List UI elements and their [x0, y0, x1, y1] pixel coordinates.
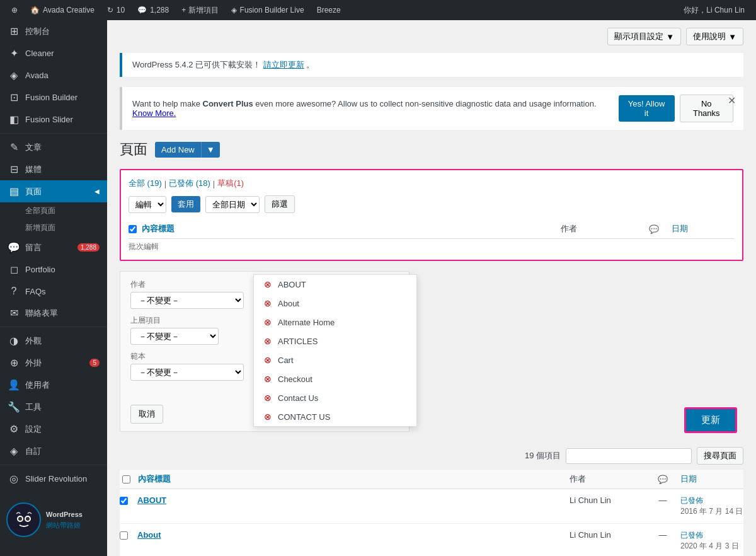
avada-icon: ◈ — [8, 69, 20, 81]
page-dropdown: ⊗ ABOUT ⊗ About ⊗ Alternate Home ⊗ ARTIC… — [253, 274, 417, 427]
sidebar-item-posts[interactable]: ✎ 文章 — [0, 136, 107, 158]
sidebar-item-fusion-slider[interactable]: ◧ Fusion Slider — [0, 108, 107, 130]
dropdown-item-contact-us-caps[interactable]: ⊗ CONTACT US — [254, 407, 416, 426]
sidebar-item-users[interactable]: 👤 使用者 — [0, 374, 107, 396]
status-all[interactable]: 全部 (19) — [129, 178, 162, 189]
comments-count[interactable]: 💬 1,288 — [131, 0, 175, 20]
sidebar-subitem-add-page[interactable]: 新增頁面 — [0, 219, 107, 236]
sidebar-item-avada[interactable]: ◈ Avada — [0, 64, 107, 86]
select-all-checkbox[interactable] — [129, 225, 137, 233]
status-published[interactable]: 已發佈 (18) — [169, 178, 210, 189]
fusion-builder-icon: ⊡ — [8, 91, 20, 103]
sidebar-item-plugins[interactable]: ⊕ 外掛 5 — [0, 352, 107, 374]
updates-count[interactable]: ↻ 10 — [101, 0, 131, 20]
row-2-title-link[interactable]: About — [137, 530, 161, 540]
customize-icon: ◈ — [8, 445, 20, 457]
add-new-button[interactable]: Add New — [155, 142, 201, 158]
table-top-bar: 19 個項目 搜尋頁面 — [120, 447, 743, 465]
sidebar-item-faqs[interactable]: ? FAQs — [0, 281, 107, 302]
sidebar-item-customize[interactable]: ◈ 自訂 — [0, 440, 107, 462]
dropdown-item-cart[interactable]: ⊗ Cart — [254, 350, 416, 369]
allow-it-button[interactable]: Yes! Allow it — [619, 95, 675, 122]
sidebar-item-contact[interactable]: ✉ 聯絡表單 — [0, 302, 107, 324]
template-field: 範本 －不變更－ — [130, 351, 273, 381]
table-column-headers: 內容標題 作者 💬 日期 — [120, 470, 743, 489]
help-button[interactable]: 使用說明 ▼ — [686, 28, 743, 45]
search-input[interactable] — [566, 448, 692, 464]
remove-icon: ⊗ — [263, 393, 273, 403]
main-content: 顯示項目設定 ▼ 使用說明 ▼ WordPress 5.4.2 已可供下載安裝！… — [107, 20, 756, 556]
sidebar-item-pages[interactable]: ▤ 頁面 ◀ — [0, 180, 107, 202]
date-col-header: 日期 — [680, 473, 743, 485]
dropdown-item-alternate-home[interactable]: ⊗ Alternate Home — [254, 313, 416, 332]
dropdown-item-articles[interactable]: ⊗ ARTICLES — [254, 332, 416, 350]
batch-edit-label: 批次編輯 — [129, 241, 735, 252]
bulk-edit-left: 作者 －不變更－ 上層項目 －不變更－ 範本 — [130, 279, 273, 387]
sidebar-item-fusion-builder[interactable]: ⊡ Fusion Builder — [0, 86, 107, 108]
parent-select[interactable]: －不變更－ — [130, 328, 219, 345]
update-button[interactable]: 更新 — [684, 407, 737, 433]
sidebar-item-comments[interactable]: 💬 留言 1,288 — [0, 236, 107, 258]
chevron-down-icon: ▼ — [666, 32, 674, 42]
cancel-button[interactable]: 取消 — [130, 405, 163, 424]
update-link[interactable]: 請立即更新 — [263, 60, 304, 69]
sidebar-item-media[interactable]: ⊟ 媒體 — [0, 158, 107, 180]
comment-col-header: 💬 — [650, 475, 675, 484]
contact-icon: ✉ — [8, 307, 20, 319]
sidebar-item-slider-revolution[interactable]: ◎ Slider Revolution — [0, 468, 107, 490]
dropdown-item-contact-us[interactable]: ⊗ Contact Us — [254, 388, 416, 407]
date-filter-select[interactable]: 全部日期 — [205, 196, 260, 213]
sidebar-item-dashboard[interactable]: ⊞ 控制台 — [0, 20, 107, 42]
sidebar-item-portfolio[interactable]: ◻ Portfolio — [0, 258, 107, 281]
no-thanks-button[interactable]: No Thanks — [680, 95, 733, 122]
row-1-checkbox[interactable] — [120, 497, 128, 505]
dropdown-item-about-caps[interactable]: ⊗ ABOUT — [254, 275, 416, 294]
wp-logo[interactable]: ⊕ — [5, 0, 24, 20]
users-icon: 👤 — [8, 379, 20, 391]
author-label: 作者 — [130, 279, 273, 290]
apply-button[interactable]: 套用 — [171, 196, 200, 212]
add-new-dropdown-button[interactable]: ▼ — [201, 142, 220, 158]
table-row: About Li Chun Lin — 已發佈 2020 年 4 月 3 日 — [120, 524, 743, 556]
dropdown-item-checkout[interactable]: ⊗ Checkout — [254, 369, 416, 388]
col-comment-header: 💬 — [641, 224, 667, 234]
table-header: 內容標題 作者 💬 日期 — [129, 219, 735, 239]
sidebar-item-appearance[interactable]: ◑ 外觀 — [0, 330, 107, 352]
sidebar-item-cleaner[interactable]: ✦ Cleaner — [0, 42, 107, 64]
fusion-builder-live[interactable]: ◈ Fusion Builder Live — [225, 0, 311, 20]
header-checkbox[interactable] — [122, 475, 130, 484]
remove-icon: ⊗ — [263, 298, 273, 308]
bulk-action-select[interactable]: 編輯 刪除 — [129, 196, 166, 213]
search-button[interactable]: 搜尋頁面 — [697, 447, 743, 465]
sidebar-item-tools[interactable]: 🔧 工具 — [0, 396, 107, 418]
tools-icon: 🔧 — [8, 401, 20, 413]
site-name[interactable]: 🏠 Avada Creative — [24, 0, 101, 20]
sidebar-item-settings[interactable]: ⚙ 設定 — [0, 418, 107, 440]
close-notice-button[interactable]: ✕ — [728, 95, 736, 107]
remove-icon: ⊗ — [263, 279, 273, 289]
template-label: 範本 — [130, 351, 273, 362]
new-item[interactable]: + 新增項目 — [175, 0, 224, 20]
bulk-actions-row: 取消 — [130, 405, 163, 424]
filter-section: 全部 (19) | 已發佈 (18) | 草稿(1) 編輯 刪除 套用 全部日期… — [120, 169, 743, 261]
pages-icon: ▤ — [8, 185, 20, 197]
status-draft[interactable]: 草稿(1) — [217, 178, 244, 189]
row-2-checkbox[interactable] — [120, 531, 128, 540]
user-greeting[interactable]: 你好，Li Chun Lin — [677, 5, 751, 16]
title-col-header: 內容標題 — [138, 473, 564, 485]
convert-plus-notice: Want to help make Convert Plus even more… — [120, 87, 743, 130]
col-author-header: 作者 — [561, 223, 636, 235]
remove-icon: ⊗ — [263, 317, 273, 327]
template-select[interactable]: －不變更－ — [130, 364, 244, 381]
comments-icon: 💬 — [8, 241, 20, 253]
author-select[interactable]: －不變更－ — [130, 292, 244, 309]
filter-button[interactable]: 篩選 — [265, 195, 295, 213]
row-1-title-link[interactable]: ABOUT — [137, 495, 166, 505]
table-row: ABOUT Li Chun Lin — 已發佈 2016 年 7 月 14 日 — [120, 489, 743, 524]
notice-actions: Yes! Allow it No Thanks — [619, 95, 733, 122]
display-settings-button[interactable]: 顯示項目設定 ▼ — [607, 28, 681, 45]
sidebar-subitem-all-pages[interactable]: 全部頁面 — [0, 202, 107, 219]
know-more-link[interactable]: Know More. — [132, 108, 176, 118]
dropdown-item-about[interactable]: ⊗ About — [254, 294, 416, 313]
top-toolbar: 顯示項目設定 ▼ 使用說明 ▼ — [120, 28, 743, 45]
